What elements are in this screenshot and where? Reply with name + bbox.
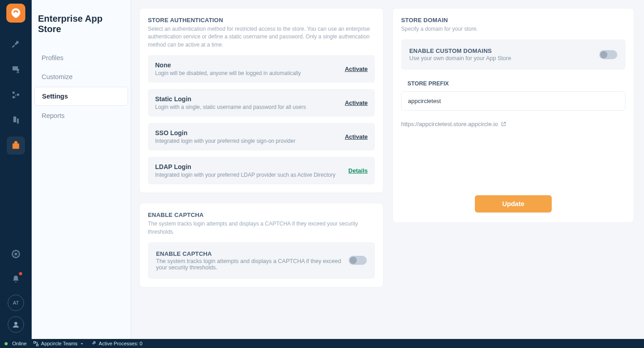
panel-store-domain: STORE DOMAIN Specify a domain for your s… [393,8,634,223]
auth-option-desc: Login with a single, static username and… [155,104,340,110]
auth-details-button[interactable]: Details [348,167,368,174]
svg-rect-3 [33,341,35,343]
captcha-box-sub: The system tracks login attempts and dis… [156,258,349,271]
auth-option-static: Static Login Login with a single, static… [148,89,375,117]
auth-option-title: SSO Login [155,129,340,136]
custom-domain-title: ENABLE CUSTOM DOMAINS [409,47,599,54]
page-title: Enterprise App Store [32,14,131,48]
nav-build-icon[interactable] [7,35,25,53]
store-url-text: https://appcircletest.store.appcircle.io [401,121,498,127]
org-avatar[interactable]: AT [8,295,24,311]
auth-option-desc: Integrated login with your preferred sin… [155,138,340,144]
team-icon [33,341,39,347]
captcha-box-title: ENABLE CAPTCHA [156,250,349,257]
status-team-label: Appcircle Teams [41,341,78,346]
process-icon [90,341,96,347]
sidebar-item-label: Reports [42,112,65,119]
sidebar-item-reports[interactable]: Reports [34,107,128,125]
status-team[interactable]: Appcircle Teams [33,341,85,347]
chevron-up-icon [80,341,84,346]
panel-captcha: ENABLE CAPTCHA The system tracks login a… [139,203,384,287]
status-bar: Online Appcircle Teams Active Processes:… [0,339,644,348]
store-prefix-input[interactable] [401,91,625,111]
custom-domain-toggle-row: ENABLE CUSTOM DOMAINS Use your own domai… [401,39,625,70]
custom-domain-toggle[interactable] [599,50,617,59]
sidebar-item-label: Profiles [42,54,63,61]
sidebar-item-label: Customize [42,73,73,80]
external-link-icon [501,121,507,127]
custom-domain-sub: Use your own domain for your App Store [409,55,599,61]
svg-point-1 [14,253,17,255]
panel-title: ENABLE CAPTCHA [148,212,375,218]
section-sidebar: Enterprise App Store Profiles Customize … [32,0,131,339]
update-button[interactable]: Update [475,195,552,212]
store-url[interactable]: https://appcircletest.store.appcircle.io [401,121,625,127]
auth-option-title: None [155,61,340,69]
svg-rect-4 [36,344,38,346]
auth-option-title: LDAP Login [155,163,344,170]
nav-dist-icon[interactable] [7,86,25,104]
auth-option-ldap: LDAP Login Integrated login with your pr… [148,157,375,184]
captcha-toggle[interactable] [349,256,367,265]
nav-support-icon[interactable] [7,245,25,263]
app-logo[interactable] [6,4,25,23]
nav-store-icon[interactable] [7,136,25,155]
auth-activate-button[interactable]: Activate [345,66,368,72]
sidebar-item-profiles[interactable]: Profiles [34,49,128,67]
status-online-label: Online [12,341,27,346]
org-avatar-initials: AT [13,300,19,306]
sidebar-item-customize[interactable]: Customize [34,68,128,86]
store-prefix-label: STORE PREFIX [407,80,625,87]
panel-store-auth: STORE AUTHENTICATION Select an authentic… [139,8,384,193]
auth-option-desc: Login will be disabled, anyone will be l… [155,70,340,76]
nav-devices-icon[interactable] [7,111,25,129]
status-online[interactable]: Online [5,341,27,346]
panel-subtitle: Select an authentication method for rest… [148,25,375,49]
panel-subtitle: The system tracks login attempts and dis… [148,220,375,236]
svg-point-2 [14,322,18,325]
panel-title: STORE DOMAIN [401,17,625,24]
panel-subtitle: Specify a domain for your store. [401,25,625,33]
auth-option-title: Static Login [155,95,340,103]
nav-cert-icon[interactable] [7,61,25,79]
status-processes-label: Active Processes: 0 [99,341,142,346]
auth-option-sso: SSO Login Integrated login with your pre… [148,123,375,150]
auth-option-desc: Integrated login with your preferred LDA… [155,172,344,178]
status-processes[interactable]: Active Processes: 0 [90,341,142,347]
captcha-toggle-row: ENABLE CAPTCHA The system tracks login a… [148,242,375,279]
sidebar-item-label: Settings [42,93,68,100]
auth-activate-button[interactable]: Activate [345,99,368,106]
auth-option-none: None Login will be disabled, anyone will… [148,55,375,83]
auth-activate-button[interactable]: Activate [345,133,368,140]
main-content: STORE AUTHENTICATION Select an authentic… [131,0,644,339]
nav-rail: AT [0,0,32,339]
sidebar-item-settings[interactable]: Settings [34,87,128,106]
nav-bell-icon[interactable] [7,270,25,288]
user-avatar[interactable] [8,316,24,333]
panel-title: STORE AUTHENTICATION [148,17,375,24]
status-dot-icon [5,342,8,345]
